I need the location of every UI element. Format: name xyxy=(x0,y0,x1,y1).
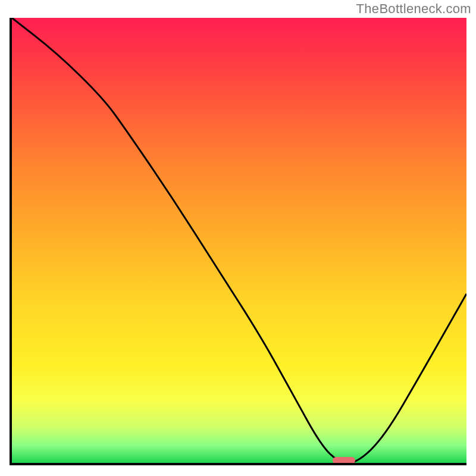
chart-container: TheBottleneck.com xyxy=(0,0,476,476)
optimal-range-marker xyxy=(333,457,355,464)
bottleneck-curve xyxy=(12,18,466,463)
watermark-text: TheBottleneck.com xyxy=(356,1,471,17)
plot-area xyxy=(10,18,466,465)
curve-path xyxy=(12,18,466,463)
